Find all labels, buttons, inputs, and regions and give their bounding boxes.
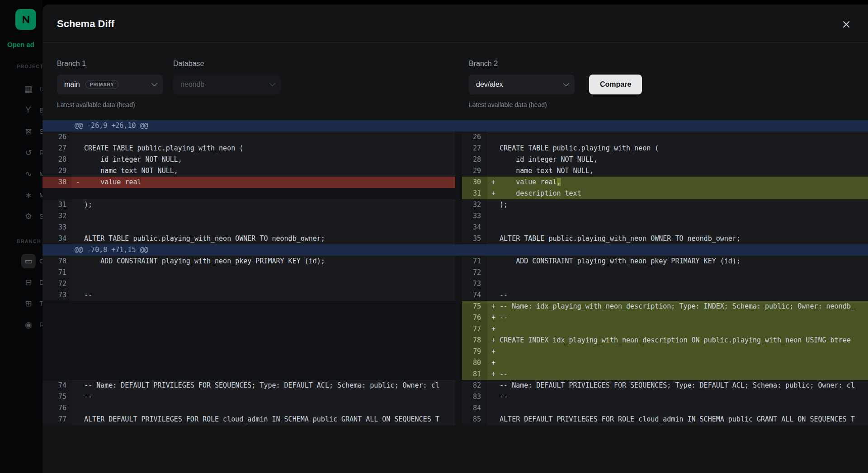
diff-row: 30- value real30+ value real,: [42, 177, 868, 188]
pane-divider: [455, 154, 462, 165]
diff-row: 75+ -- Name: idx_playing_with_neon_descr…: [42, 301, 868, 312]
code-line: name text NOT NULL,: [487, 165, 868, 177]
diff-row: 71 72: [42, 267, 868, 278]
line-number: 70: [42, 256, 72, 267]
line-number: 83: [462, 391, 487, 403]
line-number: 75: [42, 391, 72, 403]
diff-marker: [491, 257, 500, 265]
code-line: );: [487, 199, 868, 211]
code-line: [487, 278, 868, 290]
diff-row: 81+ --: [42, 369, 868, 380]
pane-divider: [455, 222, 462, 233]
code-line: [72, 346, 455, 357]
tables-icon: ⊞: [21, 296, 36, 311]
diff-row: 29 name text NOT NULL,29 name text NOT N…: [42, 165, 868, 177]
pane-divider: [455, 403, 462, 414]
branch1-value: main: [64, 80, 80, 89]
pane-divider: [455, 301, 462, 312]
diff-row: 31+ description text: [42, 188, 868, 199]
diff-marker: +: [491, 314, 500, 322]
line-number: 29: [42, 165, 72, 177]
pane-divider: [455, 233, 462, 244]
sidebar-item[interactable]: ⚙S: [0, 206, 42, 227]
modal-title: Schema Diff: [57, 18, 114, 30]
sidebar-section-project: PROJECT: [17, 64, 42, 69]
line-number: [42, 346, 72, 357]
line-number: 28: [462, 154, 487, 165]
diff-marker: +: [491, 370, 500, 378]
line-number: 72: [462, 267, 487, 278]
open-admin-link[interactable]: Open ad: [7, 41, 34, 48]
diff-marker: [76, 280, 84, 288]
monitoring-icon: ∿: [21, 167, 36, 181]
line-number: [42, 301, 72, 312]
sidebar-item[interactable]: ⊞T: [0, 293, 42, 314]
sidebar-section-branch: BRANCH: [17, 239, 41, 244]
sidebar-item[interactable]: ◉R: [0, 314, 42, 335]
pane-divider: [455, 131, 462, 143]
code-line: --: [72, 391, 455, 403]
diff-marker: [76, 133, 84, 141]
code-line: CREATE TABLE public.playing_with_neon (: [72, 143, 455, 154]
sidebar-item[interactable]: ↺R: [0, 142, 42, 163]
code-line: [72, 222, 455, 233]
sidebar-item[interactable]: ▦D: [0, 78, 42, 99]
compare-controls: Branch 1 Database Branch 2 main PRIMARY …: [42, 43, 868, 120]
diff-marker: [491, 234, 500, 243]
pane-divider: [455, 414, 462, 425]
code-line: [72, 323, 455, 335]
code-line: --: [487, 290, 868, 301]
pane-divider: [455, 256, 462, 267]
line-number: 34: [42, 233, 72, 244]
pane-divider: [455, 199, 462, 211]
diff-row: 34 ALTER TABLE public.playing_with_neon …: [42, 233, 868, 244]
branch1-select[interactable]: main PRIMARY: [57, 75, 163, 94]
line-number: 27: [462, 143, 487, 154]
line-number: 31: [462, 188, 487, 199]
line-number: 30: [462, 177, 487, 188]
code-line: CREATE TABLE public.playing_with_neon (: [487, 143, 868, 154]
line-number: [42, 357, 72, 369]
code-line: [72, 267, 455, 278]
pane-divider: [455, 346, 462, 357]
sidebar-item[interactable]: ⊟D: [0, 272, 42, 293]
neon-logo[interactable]: [15, 9, 36, 30]
sidebar-item[interactable]: ∗M: [0, 184, 42, 206]
code-line: ALTER TABLE public.playing_with_neon OWN…: [72, 233, 455, 244]
database-label: Database: [173, 60, 204, 68]
sidebar-item-label: D: [39, 85, 42, 93]
sidebar-item[interactable]: ∿M: [0, 163, 42, 184]
close-button[interactable]: [837, 15, 855, 33]
sidebar: Open ad PROJECT ▦DϒB⊠S↺R∿M∗M⚙S BRANCH ▭C…: [0, 0, 42, 473]
code-line: [487, 267, 868, 278]
line-number: 72: [42, 278, 72, 290]
compare-button[interactable]: Compare: [589, 75, 642, 94]
databases-icon: ⊟: [21, 275, 36, 290]
code-line: [72, 357, 455, 369]
hunk-header: @@ -70,8 +71,15 @@: [42, 244, 868, 256]
line-number: 26: [462, 131, 487, 143]
code-line: + description text: [487, 188, 868, 199]
code-line: - value real: [72, 177, 455, 188]
sidebar-item-label: B: [39, 107, 42, 114]
code-line: [72, 301, 455, 312]
code-line: + --: [487, 312, 868, 323]
sidebar-item[interactable]: ▭C: [0, 250, 42, 272]
line-number: 85: [462, 414, 487, 425]
line-number: 32: [42, 211, 72, 222]
branch2-label: Branch 2: [469, 60, 498, 68]
diff-marker: [76, 212, 84, 220]
settings-icon: ⚙: [21, 209, 36, 224]
close-icon: [842, 20, 851, 29]
branch2-select[interactable]: dev/alex: [469, 75, 575, 94]
diff-marker: [491, 280, 500, 288]
sidebar-item[interactable]: ϒB: [0, 99, 42, 121]
sidebar-item[interactable]: ⊠S: [0, 121, 42, 142]
diff-marker: [76, 268, 84, 276]
pane-divider: [455, 335, 462, 346]
diff-row: 27 CREATE TABLE public.playing_with_neon…: [42, 143, 868, 154]
database-select[interactable]: neondb: [173, 75, 281, 94]
line-number: 32: [462, 199, 487, 211]
code-line: -- Name: DEFAULT PRIVILEGES FOR SEQUENCE…: [487, 380, 868, 391]
diff-marker: [76, 415, 84, 423]
